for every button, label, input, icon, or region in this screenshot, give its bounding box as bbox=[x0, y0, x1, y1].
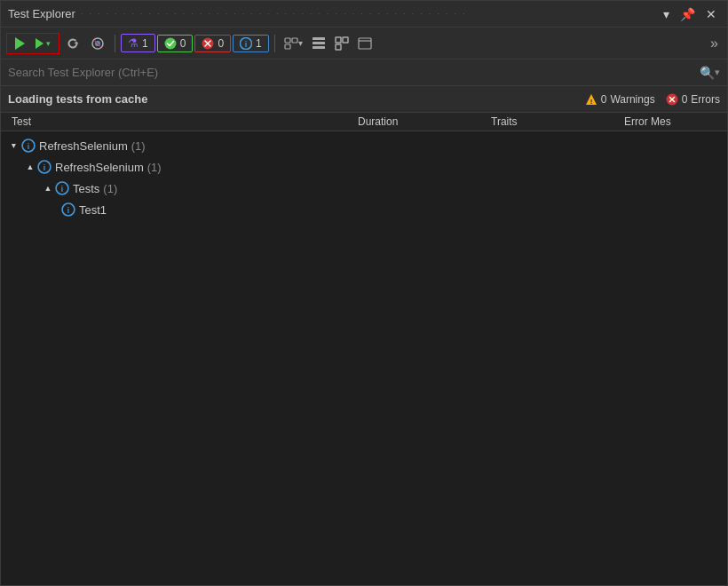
check-count: 0 bbox=[180, 37, 186, 50]
svg-rect-13 bbox=[313, 42, 325, 44]
svg-text:!: ! bbox=[590, 97, 592, 105]
col-test-header: Test bbox=[1, 115, 354, 128]
column-headers: Test Duration Traits Error Mes bbox=[1, 113, 727, 131]
run-all-btn[interactable] bbox=[11, 36, 29, 51]
svg-rect-11 bbox=[292, 38, 297, 43]
window-title: Test Explorer bbox=[8, 7, 75, 20]
group-dropdown: ▾ bbox=[298, 38, 303, 48]
search-icon: 🔍 bbox=[700, 66, 715, 80]
search-options-btn[interactable]: ▾ bbox=[715, 67, 720, 78]
svg-text:i: i bbox=[67, 206, 69, 215]
errors-count: 0 bbox=[682, 93, 688, 106]
flask-icon: ⚗ bbox=[128, 36, 138, 50]
flask-count: 1 bbox=[142, 37, 148, 50]
test-tree: ◂ i RefreshSelenium (1) ▲ i RefreshSelen… bbox=[1, 131, 727, 224]
tree-row[interactable]: ▲ i RefreshSelenium (1) bbox=[1, 156, 727, 178]
svg-rect-12 bbox=[313, 37, 325, 40]
info-circle-icon: i bbox=[240, 37, 252, 50]
minimize-btn[interactable] bbox=[354, 35, 376, 52]
warning-icon: ! bbox=[585, 93, 597, 106]
collapse-all-btn[interactable] bbox=[308, 35, 329, 52]
search-input[interactable] bbox=[8, 66, 700, 79]
tree-row[interactable]: i Test1 bbox=[1, 199, 727, 220]
item-count-1: (1) bbox=[147, 161, 162, 174]
svg-rect-10 bbox=[285, 44, 290, 49]
item-name-2: Tests bbox=[73, 182, 99, 195]
warnings-badge: ! 0 Warnings bbox=[585, 93, 655, 106]
item-name-3: Test1 bbox=[79, 203, 107, 217]
errors-badge: 0 Errors bbox=[666, 93, 720, 106]
search-bar: 🔍 ▾ bbox=[1, 59, 727, 86]
cancel-btn[interactable] bbox=[86, 35, 109, 52]
svg-rect-15 bbox=[336, 37, 341, 43]
svg-point-3 bbox=[164, 37, 176, 49]
svg-rect-16 bbox=[343, 37, 348, 43]
minimize-icon bbox=[358, 36, 372, 51]
flask-btn[interactable]: ⚗ 1 bbox=[121, 34, 155, 52]
play-small-icon bbox=[36, 38, 44, 49]
tree-row[interactable]: ▲ i Tests (1) bbox=[1, 178, 727, 199]
more-icon: » bbox=[710, 36, 718, 51]
col-error-header: Error Mes bbox=[621, 115, 727, 128]
play-icon bbox=[15, 37, 25, 50]
run-group: ▾ bbox=[6, 33, 59, 54]
expand-arrow-2: ▲ bbox=[44, 184, 52, 193]
info-count: 1 bbox=[256, 37, 262, 50]
tree-container: Test Duration Traits Error Mes ◂ i Refre… bbox=[1, 113, 727, 585]
expand-arrow-1: ▲ bbox=[26, 162, 35, 171]
svg-text:i: i bbox=[28, 142, 29, 151]
title-bar-right: ▾ 📌 ✕ bbox=[660, 5, 720, 23]
error-btn[interactable]: 0 bbox=[194, 35, 231, 52]
sep2 bbox=[274, 35, 275, 52]
error-status-icon bbox=[666, 93, 678, 106]
info-btn[interactable]: i 1 bbox=[233, 35, 269, 52]
x-count: 0 bbox=[218, 37, 224, 50]
tree-row[interactable]: ◂ i RefreshSelenium (1) bbox=[1, 135, 727, 156]
rerun-btn[interactable] bbox=[61, 35, 84, 52]
test-info-icon-1: i bbox=[37, 160, 51, 174]
item-count-0: (1) bbox=[131, 139, 146, 153]
rerun-group bbox=[61, 35, 109, 52]
title-bar: Test Explorer · · · · · · · · · · · · · … bbox=[1, 1, 727, 28]
check-btn[interactable]: 0 bbox=[157, 35, 194, 52]
check-circle-icon bbox=[164, 37, 177, 50]
col-traits-header: Traits bbox=[487, 115, 621, 128]
warnings-count: 0 bbox=[601, 93, 607, 106]
run-btn[interactable]: ▾ bbox=[31, 36, 55, 51]
svg-text:i: i bbox=[61, 185, 63, 194]
close-btn[interactable]: ✕ bbox=[702, 5, 720, 23]
svg-rect-14 bbox=[313, 46, 325, 49]
collapse-icon bbox=[312, 36, 326, 51]
dropdown-title-btn[interactable]: ▾ bbox=[660, 5, 673, 23]
group-icon bbox=[284, 36, 298, 51]
test-explorer-window: Test Explorer · · · · · · · · · · · · · … bbox=[0, 0, 728, 586]
run-dropdown-arrow: ▾ bbox=[46, 39, 51, 48]
group-btn[interactable]: ▾ bbox=[281, 35, 306, 52]
svg-text:i: i bbox=[44, 163, 45, 172]
title-bar-left: Test Explorer · · · · · · · · · · · · · … bbox=[8, 7, 467, 20]
title-dots: · · · · · · · · · · · · · · · · · · · · … bbox=[81, 9, 467, 19]
status-bar: Loading tests from cache ! 0 Warnings 0 … bbox=[1, 86, 727, 113]
expand-icon bbox=[335, 36, 349, 51]
svg-text:i: i bbox=[245, 40, 248, 49]
svg-rect-18 bbox=[359, 38, 371, 49]
status-text: Loading tests from cache bbox=[8, 92, 147, 106]
col-duration-header: Duration bbox=[354, 115, 487, 128]
test-info-icon-3: i bbox=[61, 202, 75, 217]
test-info-icon-2: i bbox=[55, 181, 69, 195]
item-name-0: RefreshSelenium bbox=[39, 139, 128, 153]
cancel-icon bbox=[91, 36, 105, 51]
expand-all-btn[interactable] bbox=[331, 35, 352, 52]
test-info-icon-0: i bbox=[21, 139, 36, 153]
sep1 bbox=[115, 35, 115, 52]
pin-btn[interactable]: 📌 bbox=[677, 5, 699, 23]
svg-rect-17 bbox=[336, 44, 341, 50]
errors-label: Errors bbox=[691, 93, 720, 106]
warnings-label: Warnings bbox=[610, 93, 654, 106]
expand-arrow-0: ◂ bbox=[8, 141, 18, 150]
toolbar: ▾ ⚗ 1 bbox=[1, 28, 727, 59]
rerun-icon bbox=[66, 36, 80, 51]
more-btn[interactable]: » bbox=[707, 34, 722, 53]
svg-rect-9 bbox=[285, 38, 290, 43]
item-count-2: (1) bbox=[103, 182, 117, 195]
